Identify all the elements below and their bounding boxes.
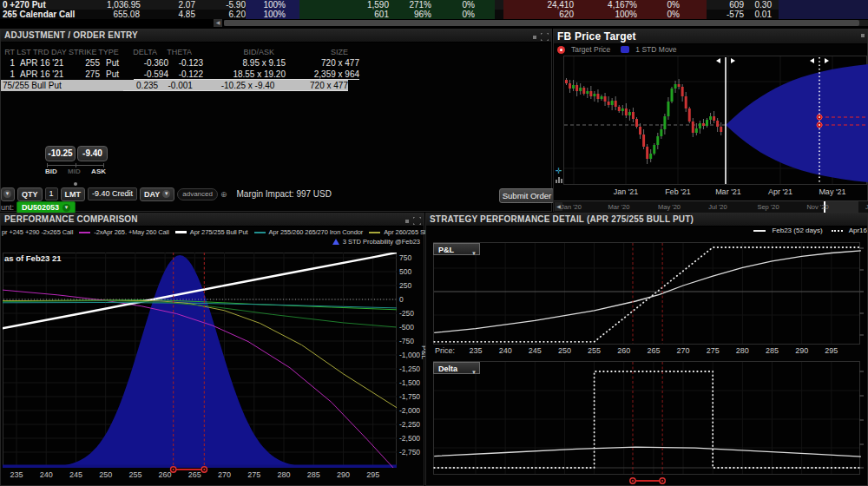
price-tick: 255 [584, 346, 605, 355]
svg-text:500: 500 [399, 267, 411, 276]
table-row[interactable]: 1 APR 16 '21 275 Put -0.594 -0.122 18.55… [1, 69, 359, 80]
svg-text:-500: -500 [399, 323, 414, 332]
chevron-down-icon: ▼ [162, 190, 170, 198]
order-type-button[interactable]: ▼ [1, 187, 15, 201]
price-range-slider[interactable] [630, 478, 666, 483]
strategy-summary-row[interactable]: 75/255 Bull Put 0.235 -0.001 -10.25 x -9… [1, 80, 348, 91]
panel-title: ADJUSTMENT / ORDER ENTRY [1, 30, 551, 43]
performance-comparison-chart: 7505002500-250-500-750-1,000-1,250-1,500… [1, 213, 425, 486]
limit-button[interactable]: LMT [61, 187, 86, 201]
price-tick: 245 [524, 346, 545, 355]
as-of-label: as of Feb23 21 [4, 253, 61, 263]
svg-text:-2,000: -2,000 [399, 406, 420, 415]
price-tick: 280 [732, 346, 753, 355]
quote-value: 1,036.95 [107, 0, 140, 10]
strategy-performance-detail-panel: STRATEGY PERFORMANCE DETAIL (APR 275/255… [425, 213, 868, 486]
limit-price-value[interactable]: -9.40 Credit [88, 187, 137, 200]
svg-text:270: 270 [218, 470, 231, 479]
target-price-marker[interactable] [817, 115, 822, 120]
svg-text:235: 235 [10, 470, 23, 479]
price-tick: 260 [614, 346, 635, 355]
quote-row[interactable]: 265 Calendar Call 655.08 4.85 6.20 100% … [0, 10, 868, 19]
advanced-button[interactable]: advanced [177, 188, 218, 200]
fb-legend: Target Price 1 STD Move [557, 45, 677, 54]
table-row[interactable]: 1 APR 16 '21 255 Put -0.360 -0.123 8.95 … [1, 57, 359, 69]
crosshair-icon[interactable]: ✛ [556, 167, 566, 175]
svg-text:-2,750: -2,750 [399, 448, 420, 456]
price-tick: 285 [762, 346, 783, 355]
chevron-down-icon: ▼ [3, 190, 11, 198]
histogram-icon[interactable] [556, 175, 564, 183]
svg-text:-750: -750 [399, 337, 414, 345]
delta-metric-dropdown[interactable]: Delta▼ [433, 362, 480, 374]
account-selector[interactable]: DU502053 ▼ [16, 201, 76, 213]
std-move-icon [621, 46, 629, 53]
svg-text:-1,750: -1,750 [399, 392, 420, 401]
svg-text:240: 240 [40, 470, 53, 479]
panel-icons [861, 34, 865, 37]
panel-icons [533, 33, 549, 41]
fb-range-selector[interactable]: ◀ Jan '20 Mar '20 May '20 Jul '20 Sep '2… [554, 200, 868, 213]
svg-text:-2,500: -2,500 [399, 434, 420, 443]
price-axis: Price: 235240245250255260265270275280285… [426, 346, 868, 357]
account-label: unt: [1, 203, 14, 212]
quote-value: -5.90 [195, 0, 246, 10]
expand-icon[interactable] [541, 33, 549, 41]
table-header: RT LST TRD DAY STRIKE TYPE DELTA THETA B… [1, 47, 359, 57]
slider-dot[interactable] [74, 182, 77, 186]
pnl-metric-dropdown[interactable]: P&L▼ [433, 243, 480, 255]
performance-comparison-panel: PERFORMANCE COMPARISON pr +245 +290 -2x2… [0, 213, 424, 486]
svg-text:295: 295 [366, 470, 379, 479]
chart-tools: ✛ [556, 167, 566, 185]
quote-row[interactable]: 0 +270 Put 1,036.95 2.07 -5.90 100% 1,59… [0, 0, 868, 10]
price-tick: 235 [465, 346, 486, 355]
position-name: 0 +270 Put [0, 0, 107, 10]
svg-text:245: 245 [69, 470, 82, 479]
ask-price-button[interactable]: -9.40 [77, 146, 108, 161]
svg-text:280: 280 [278, 470, 291, 479]
price-tick: 295 [821, 346, 842, 355]
svg-text:260: 260 [159, 470, 172, 479]
position-name: 265 Calendar Call [0, 10, 107, 19]
pct-cell: 100% [246, 10, 299, 19]
horizontal-scrollbar[interactable]: ◀ [0, 19, 868, 27]
svg-text:-250: -250 [399, 309, 414, 318]
red-cells: 24,410 4,167% 0% [503, 0, 707, 10]
bid-price-button[interactable]: -10.25 [45, 146, 76, 161]
target-price-marker[interactable] [817, 122, 822, 128]
scroll-handle[interactable] [224, 20, 859, 26]
target-price-icon [557, 46, 565, 54]
price-tick: 275 [702, 346, 723, 355]
svg-text:-1,250: -1,250 [399, 364, 420, 373]
svg-text:275: 275 [247, 470, 260, 479]
plus-icon[interactable]: ⊕ [220, 190, 227, 199]
dot-icon[interactable] [533, 36, 536, 39]
margin-impact-text: Margin Impact: 997 USD [237, 189, 332, 199]
price-tick: 290 [792, 346, 812, 355]
svg-text:750: 750 [399, 253, 411, 262]
price-tick: 250 [554, 346, 575, 355]
price-tick: 240 [495, 346, 516, 355]
dot-icon[interactable] [861, 34, 865, 37]
scroll-left-icon[interactable]: ◀ [214, 19, 222, 27]
price-tick: 270 [673, 346, 694, 355]
green-cells: 601 96% 0% [299, 10, 495, 19]
chevron-down-icon: ▼ [62, 204, 70, 212]
row-tail [779, 0, 868, 10]
svg-text:255: 255 [128, 470, 141, 479]
order-controls: ▼ QTY 1 LMT -9.40 Credit DAY▼ advanced ⊕… [1, 187, 332, 201]
pct-cell: 100% [246, 0, 299, 10]
svg-text:0: 0 [399, 295, 404, 304]
order-entry-panel: ADJUSTMENT / ORDER ENTRY RT LST TRD DAY … [0, 29, 552, 212]
qty-value[interactable]: 1 [45, 187, 58, 200]
account-row: unt: DU502053 ▼ [1, 201, 76, 213]
submit-order-button[interactable]: Submit Order [499, 188, 555, 203]
chevron-down-icon: ▼ [471, 247, 477, 259]
green-cells: 1,590 271% 0% [299, 0, 495, 10]
svg-text:290: 290 [337, 470, 350, 479]
svg-text:250: 250 [399, 281, 411, 290]
legs-table: RT LST TRD DAY STRIKE TYPE DELTA THETA B… [1, 47, 359, 91]
price-slider[interactable]: BID MID ASK [45, 165, 106, 175]
qty-button[interactable]: QTY [17, 187, 43, 201]
tif-button[interactable]: DAY▼ [140, 187, 174, 201]
